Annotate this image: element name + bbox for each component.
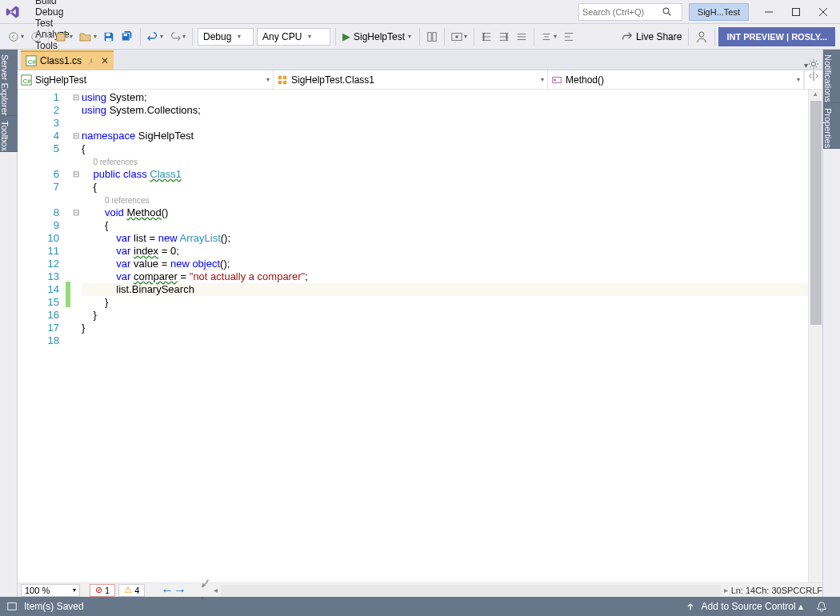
code-line[interactable] [82,117,808,130]
side-tab-toolbox[interactable]: Toolbox [0,116,18,152]
nav-class-combo[interactable]: SigHelpTest.Class1▾ [274,70,548,89]
fold-column[interactable]: ⊟⊟⊟⊟ [70,90,82,582]
svg-rect-13 [433,32,436,41]
svg-rect-3 [793,8,800,15]
code-content[interactable]: using System;using System.Collections;na… [82,90,808,582]
left-tool-panel: Server ExplorerToolbox [0,50,18,597]
save-all-button[interactable] [118,27,137,46]
nav-fwd-button[interactable] [27,27,45,46]
window-settings-icon[interactable] [808,58,819,70]
code-editor[interactable]: 123456789101112131415161718 ⊟⊟⊟⊟ using S… [18,90,822,582]
csharp-file-icon: C# [26,55,37,66]
split-editor-button[interactable] [804,70,822,89]
open-button[interactable]: ▾ [76,27,100,46]
zoom-combo[interactable]: 100 %▾ [21,584,80,597]
scrollbar-thumb[interactable] [810,101,822,325]
nav-next-button[interactable]: → [174,583,186,598]
nav-back-button[interactable]: ▾ [5,27,27,46]
toolbar-icon-5[interactable] [513,27,530,46]
side-tab-properties[interactable]: Properties [823,103,840,149]
line-numbers: 123456789101112131415161718 [18,90,66,582]
error-count[interactable]: ⊘ 1 [90,584,115,597]
toolbar-icon-6[interactable]: ▾ [538,27,560,46]
code-line[interactable]: public class Class1 [82,168,808,181]
svg-text:C#: C# [28,58,37,66]
char-indicator: Ch: 30 [755,586,781,595]
toolbar-icon-7[interactable] [560,27,578,46]
close-tab-button[interactable]: ✕ [101,55,109,66]
svg-point-16 [699,32,704,37]
code-line[interactable]: void Method() [82,206,808,219]
code-line[interactable]: 0 references [82,194,808,206]
code-line[interactable]: var list = new ArrayList(); [82,232,808,245]
indent-indicator[interactable]: SPC [782,586,800,595]
side-tab-server-explorer[interactable]: Server Explorer [0,50,18,116]
source-control-button[interactable]: Add to Source Control ▴ [695,601,810,612]
svg-rect-10 [106,38,112,41]
code-line[interactable]: } [82,296,808,309]
code-line[interactable]: { [82,219,808,232]
side-tab-notifications[interactable]: Notifications [823,50,840,103]
toolbar-icon-3[interactable] [478,27,495,46]
code-line[interactable]: list.BinarySearch [82,283,808,296]
code-line[interactable] [82,334,808,347]
code-line[interactable]: var index = 0; [82,245,808,258]
platform-dropdown[interactable]: Any CPU▾ [257,28,330,46]
save-button[interactable] [100,27,118,46]
maximize-button[interactable] [782,2,810,22]
status-bar: Item(s) Saved Add to Source Control ▴ [0,597,840,616]
code-line[interactable]: { [82,181,808,194]
line-ending-indicator[interactable]: CRLF [799,586,822,595]
menu-debug[interactable]: Debug [29,6,89,18]
start-debug-button[interactable]: ▶SigHelpTest▾ [339,30,416,42]
config-dropdown[interactable]: Debug▾ [198,28,254,46]
svg-point-7 [32,32,41,41]
svg-rect-22 [278,75,282,78]
menu-build[interactable]: Build [29,0,89,6]
svg-point-19 [811,62,815,66]
close-button[interactable] [810,2,837,22]
search-box[interactable] [578,3,682,21]
vertical-scrollbar[interactable]: ▴ [808,90,822,582]
code-line[interactable]: var comparer = "not actually a comparer"… [82,270,808,283]
new-project-button[interactable]: ▾ [52,27,76,46]
editor-footer: 100 %▾ ⊘ 1 ⚠ 4 ← → ▾ ◂ ▸ Ln: 14 Ch [18,582,822,597]
file-tab-label: Class1.cs [40,55,82,66]
vs-logo-icon [3,2,22,22]
code-line[interactable]: { [82,142,808,155]
nav-member-combo[interactable]: Method()▾ [548,70,804,89]
notifications-button[interactable] [810,601,834,612]
svg-point-27 [554,78,556,81]
toolbar-icon-4[interactable] [495,27,513,46]
toolbar-icon-2[interactable]: ▾ [448,27,470,46]
minimize-button[interactable] [755,2,782,22]
search-input[interactable] [582,7,662,17]
code-line[interactable]: 0 references [82,155,808,168]
nav-prev-button[interactable]: ← [161,583,174,598]
code-line[interactable]: } [82,322,808,334]
svg-rect-23 [283,75,286,78]
svg-rect-25 [283,80,286,83]
pin-icon[interactable] [86,57,94,65]
document-tabs: C# Class1.cs ✕ ▾ [18,50,822,70]
code-line[interactable]: using System; [82,91,808,104]
warning-icon: ⚠ [124,585,132,595]
code-line[interactable]: namespace SigHelpTest [82,130,808,142]
warning-count[interactable]: ⚠ 4 [118,584,145,597]
feedback-button[interactable] [692,27,711,46]
file-tab-active[interactable]: C# Class1.cs ✕ [21,50,114,70]
nav-project-combo[interactable]: C# SigHelpTest▾ [18,70,274,89]
redo-button[interactable]: ▾ [166,27,189,46]
preview-badge[interactable]: INT PREVIEW | ROSLY... [718,27,835,46]
code-line[interactable]: var value = new object(); [82,258,808,270]
live-share-button[interactable]: Live Share [618,27,685,46]
code-line[interactable]: } [82,309,808,322]
code-line[interactable]: using System.Collections; [82,104,808,117]
title-bar: FileEditViewGitProjectBuildDebugTestAnal… [0,0,840,24]
undo-button[interactable]: ▾ [144,27,166,46]
upload-icon [686,602,695,611]
toolbar-icon-1[interactable] [423,27,441,46]
svg-line-1 [668,13,670,15]
svg-rect-11 [124,34,127,36]
body: Server ExplorerToolbox C# Class1.cs ✕ ▾ [0,50,840,597]
